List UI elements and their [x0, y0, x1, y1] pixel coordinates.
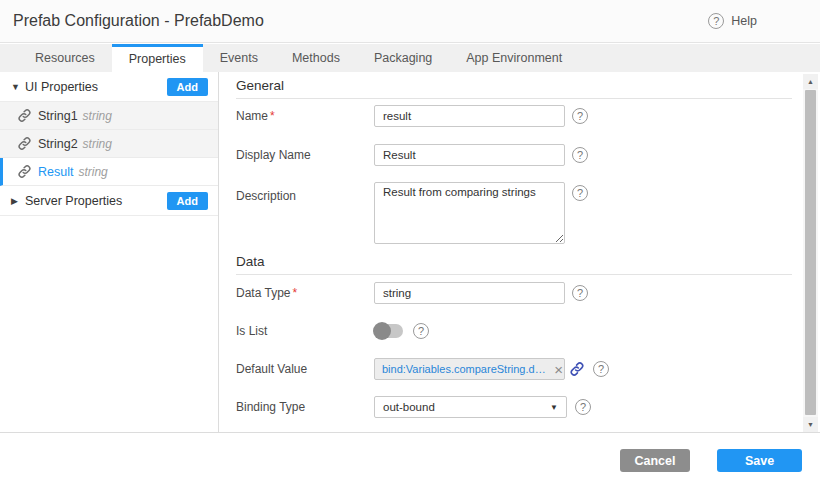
default-value-label: Default Value — [236, 358, 366, 381]
name-help-icon[interactable]: ? — [572, 108, 588, 124]
dropdown-arrow-icon: ▼ — [550, 403, 558, 412]
binding-expression: bind:Variables.compareString.dataSet... — [382, 363, 547, 375]
ui-properties-group[interactable]: ▼ UI Properties Add — [0, 72, 218, 102]
is-list-toggle[interactable] — [374, 324, 403, 338]
tab-methods[interactable]: Methods — [275, 44, 357, 72]
description-textarea[interactable]: Result from comparing strings — [374, 182, 565, 244]
name-label: Name* — [236, 105, 366, 128]
link-icon — [17, 136, 32, 151]
binding-type-label: Binding Type — [236, 396, 366, 419]
scroll-down-arrow-icon[interactable]: ▼ — [803, 417, 818, 432]
properties-sidebar: ▼ UI Properties Add String1 string Strin… — [0, 72, 219, 432]
ui-properties-label: UI Properties — [25, 80, 98, 94]
scrollbar-thumb[interactable] — [805, 90, 816, 415]
property-type: string — [78, 165, 107, 179]
property-name: String1 — [38, 109, 78, 123]
sidebar-item-string1[interactable]: String1 string — [0, 102, 218, 130]
help-icon: ? — [708, 13, 724, 29]
data-type-help-icon[interactable]: ? — [572, 285, 588, 301]
server-properties-label: Server Properties — [25, 194, 122, 208]
required-asterisk: * — [270, 109, 275, 123]
toggle-knob — [373, 322, 391, 340]
link-icon — [17, 164, 32, 179]
sidebar-item-string2[interactable]: String2 string — [0, 130, 218, 158]
binding-type-help-icon[interactable]: ? — [575, 399, 591, 415]
tab-resources[interactable]: Resources — [18, 44, 112, 72]
tab-app-environment[interactable]: App Environment — [449, 44, 579, 72]
property-type: string — [83, 109, 112, 123]
sidebar-item-result[interactable]: Result string — [0, 158, 218, 186]
cancel-button[interactable]: Cancel — [620, 449, 690, 472]
name-input[interactable] — [374, 105, 565, 127]
save-button[interactable]: Save — [717, 449, 802, 472]
description-label: Description — [236, 185, 366, 208]
general-section-title: General — [236, 78, 792, 99]
clear-binding-icon[interactable]: × — [554, 360, 563, 380]
help-link[interactable]: ? Help — [708, 13, 757, 29]
server-properties-group[interactable]: ▶ Server Properties Add — [0, 186, 218, 216]
property-form: General Name* ? Display Name ? Descripti… — [220, 72, 820, 432]
description-help-icon[interactable]: ? — [572, 185, 588, 201]
data-type-label: Data Type* — [236, 282, 366, 305]
dialog-header: Prefab Configuration - PrefabDemo ? Help — [0, 0, 820, 43]
data-section-title: Data — [236, 254, 792, 275]
is-list-help-icon[interactable]: ? — [413, 323, 429, 339]
default-value-help-icon[interactable]: ? — [593, 361, 609, 377]
display-name-help-icon[interactable]: ? — [572, 147, 588, 163]
scroll-up-arrow-icon[interactable]: ▲ — [803, 74, 818, 89]
required-asterisk: * — [292, 286, 297, 300]
tab-bar: Resources Properties Events Methods Pack… — [0, 44, 820, 72]
caret-down-icon: ▼ — [11, 82, 25, 92]
dialog-title: Prefab Configuration - PrefabDemo — [13, 12, 264, 30]
is-list-label: Is List — [236, 320, 366, 343]
data-type-input[interactable] — [374, 282, 565, 304]
vertical-scrollbar[interactable]: ▲ ▼ — [803, 74, 818, 432]
property-name: String2 — [38, 137, 78, 151]
add-server-property-button[interactable]: Add — [167, 192, 208, 210]
tab-properties[interactable]: Properties — [112, 44, 203, 72]
dialog-footer: Cancel Save — [0, 432, 820, 489]
caret-right-icon: ▶ — [11, 196, 25, 206]
tab-packaging[interactable]: Packaging — [357, 44, 449, 72]
bind-link-icon[interactable] — [569, 361, 585, 377]
selected-option: out-bound — [383, 401, 550, 413]
add-ui-property-button[interactable]: Add — [167, 78, 208, 96]
property-name: Result — [38, 165, 73, 179]
link-icon — [17, 108, 32, 123]
tab-events[interactable]: Events — [203, 44, 275, 72]
help-label: Help — [731, 14, 757, 28]
display-name-label: Display Name — [236, 144, 366, 167]
default-value-binding-field[interactable]: bind:Variables.compareString.dataSet... … — [374, 358, 565, 380]
display-name-input[interactable] — [374, 144, 565, 166]
binding-type-select[interactable]: out-bound ▼ — [374, 396, 567, 418]
property-type: string — [83, 137, 112, 151]
